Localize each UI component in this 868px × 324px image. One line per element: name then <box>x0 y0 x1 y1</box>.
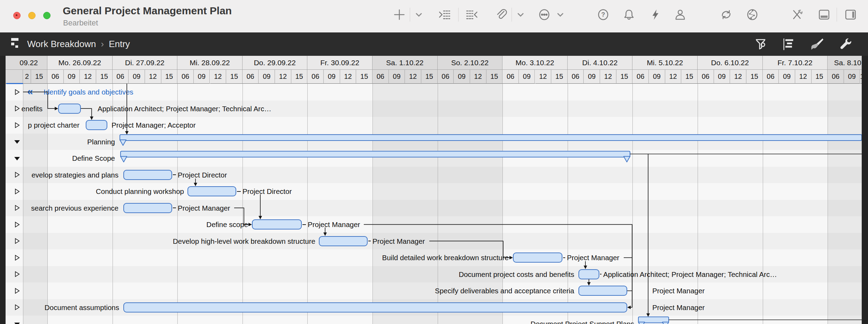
attachment-options-chevron-icon[interactable] <box>513 7 528 22</box>
attachment-icon[interactable] <box>493 7 509 22</box>
timeline-day-header: Mo. 26.09.22 <box>47 56 113 70</box>
grid-line <box>243 84 243 324</box>
task-bar[interactable] <box>58 104 81 114</box>
timeline-hour-cell: 06 <box>243 70 259 84</box>
timeline-hour-cell: 12 <box>80 70 96 84</box>
minimize-button[interactable] <box>28 12 36 19</box>
resource-label: Project Director <box>243 186 292 196</box>
expand-triangle[interactable] <box>14 205 20 211</box>
right-panel-icon[interactable] <box>843 7 858 22</box>
grid-line <box>372 84 373 324</box>
resource-label: Project Manager <box>652 286 705 296</box>
timeline-hour-cell: 12 <box>535 70 552 84</box>
timeline-hour-cell: 09 <box>779 70 795 84</box>
resources-icon[interactable] <box>673 7 688 22</box>
timeline-hour-cell: 15 <box>226 70 243 84</box>
resource-label: Project Manager <box>567 253 619 263</box>
timeline-hour-cell: 12 <box>600 70 616 84</box>
task-bar[interactable] <box>123 302 627 312</box>
style-icon[interactable] <box>809 37 824 52</box>
timeline-hour-cell: 15 <box>812 70 828 84</box>
more-actions-chevron-icon[interactable] <box>553 7 568 22</box>
filter-icon[interactable] <box>754 37 769 52</box>
timeline-hour-cell: 2 <box>23 70 31 84</box>
timeline-hour-cell: 12 <box>470 70 486 84</box>
task-bar[interactable] <box>578 286 627 296</box>
timeline-hour-cell: 09 <box>129 70 145 84</box>
resource-dash <box>173 174 176 175</box>
timeline-day-header: Mo. 3.10.22 <box>502 56 568 70</box>
expand-triangle[interactable] <box>14 172 20 178</box>
grid-line <box>23 84 23 324</box>
expand-triangle[interactable] <box>14 188 20 195</box>
collapse-triangle[interactable] <box>14 321 20 324</box>
expand-triangle[interactable] <box>14 255 20 261</box>
breadcrumb-view[interactable]: Work Breakdown <box>27 39 96 50</box>
expand-triangle[interactable] <box>14 288 20 294</box>
task-name: Document assumptions <box>45 302 119 312</box>
sync-icon[interactable] <box>719 7 734 22</box>
resource-dash <box>368 241 371 241</box>
timeline-hour-cell: 09 <box>194 70 210 84</box>
timeline-hour-cell: 09 <box>389 70 405 84</box>
more-actions-icon[interactable] <box>537 7 552 22</box>
task-bar[interactable] <box>252 219 302 229</box>
resource-label: Project Manager <box>372 236 425 246</box>
resource-dash <box>237 191 241 192</box>
expand-triangle[interactable] <box>14 105 20 112</box>
activity-icon[interactable] <box>648 7 663 22</box>
notifications-icon[interactable] <box>621 7 637 22</box>
outline-icon[interactable] <box>781 37 797 52</box>
collapse-triangle[interactable] <box>14 138 20 145</box>
add-icon[interactable] <box>392 7 407 22</box>
breadcrumb[interactable]: Work Breakdown › Entry <box>10 32 130 56</box>
task-bar[interactable] <box>319 236 368 246</box>
view-settings-icon[interactable] <box>838 37 853 52</box>
toolbar-divider <box>512 8 512 22</box>
bottom-panel-icon[interactable] <box>816 7 832 22</box>
timeline-hour-cell: 15 <box>486 70 503 84</box>
task-bar[interactable] <box>123 170 172 180</box>
task-bar[interactable] <box>513 253 562 263</box>
task-name: Build detailed work breakdown structure <box>382 253 509 263</box>
timeline-day-header: So. 2.10.22 <box>438 56 503 70</box>
indent-icon[interactable] <box>437 7 452 22</box>
timeline-hour-cell: 15 <box>746 70 763 84</box>
settings-icon[interactable] <box>789 7 805 22</box>
close-button[interactable] <box>13 12 21 19</box>
breadcrumb-mode[interactable]: Entry <box>109 39 130 50</box>
zoom-button[interactable] <box>43 12 51 19</box>
network-icon[interactable] <box>745 7 760 22</box>
grid-line <box>307 84 308 324</box>
timeline-hour-cell: 15 <box>551 70 568 84</box>
timeline-day-header: 09.22 <box>6 56 47 70</box>
timeline-hour-cell: 06 <box>502 70 519 84</box>
expand-triangle[interactable] <box>14 304 20 310</box>
expand-triangle[interactable] <box>14 221 20 228</box>
add-options-chevron-icon[interactable] <box>411 7 427 22</box>
help-icon[interactable]: ? <box>596 7 611 22</box>
expand-triangle[interactable] <box>14 271 20 277</box>
expand-triangle[interactable] <box>14 122 20 128</box>
resource-dash <box>600 274 601 274</box>
outdent-icon[interactable] <box>464 7 479 22</box>
expand-triangle[interactable] <box>14 89 20 95</box>
task-bar[interactable] <box>578 269 599 279</box>
grid-line <box>763 84 763 324</box>
timeline-day-header: Di. 27.09.22 <box>113 56 178 70</box>
task-bar[interactable] <box>123 203 172 213</box>
timeline-day-header: Fr. 7.10.22 <box>763 56 828 70</box>
task-bar[interactable] <box>86 120 107 130</box>
expand-triangle[interactable] <box>14 238 20 244</box>
timeline-hour-cell: 12 <box>665 70 682 84</box>
scroll-to-bar-icon[interactable]: « <box>27 85 32 96</box>
left-window-edge <box>0 56 6 324</box>
collapse-triangle[interactable] <box>14 155 20 161</box>
task-bar[interactable] <box>187 186 236 196</box>
view-toolbar: Work Breakdown › Entry <box>0 32 868 56</box>
timeline-hour-cell: 12 <box>795 70 812 84</box>
timeline-hour-cell: 09 <box>324 70 340 84</box>
timeline-hour-cell: 12 <box>405 70 421 84</box>
task-name: Conduct planning workshop <box>96 186 184 196</box>
window-subtitle: Bearbeitet <box>63 18 98 28</box>
